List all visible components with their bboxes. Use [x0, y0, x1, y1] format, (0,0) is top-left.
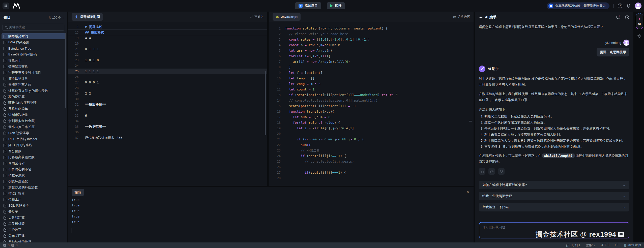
description-line[interactable]: 336 [68, 113, 267, 118]
sidebar-item[interactable]: 计算位置 x 到 y 的最少步数 [2, 88, 65, 94]
description-line[interactable]: 37座位横向和纵向最多 255 [68, 135, 267, 141]
sidebar-item[interactable]: 番茄编辑的选择 [2, 239, 65, 242]
statusbar-item[interactable]: UTF-8 [601, 243, 609, 247]
code-line[interactable]: 25 // console.log(i,j,seats) [269, 159, 474, 164]
sidebar-item[interactable]: DNA 序列还原 [2, 39, 65, 45]
code-line[interactable]: 5 let arr = new Array(n) [269, 48, 474, 53]
sidebar-item[interactable]: 蛋糕工厂 [2, 197, 65, 203]
sidebar-item[interactable]: 进制求和转换 [2, 112, 65, 118]
description-line[interactable]: 292 2 [68, 91, 267, 96]
code-line[interactable]: 24 if (seats[i][j]!==-1) { [269, 153, 474, 159]
description-line[interactable]: 28 [68, 85, 267, 91]
description-line[interactable]: 251 1 1 1 [68, 69, 267, 74]
description-line[interactable]: 32 [68, 107, 267, 113]
language-tab[interactable]: JS JavaScript [273, 13, 301, 21]
description-line[interactable]: 34 [68, 118, 267, 124]
code-line[interactable]: 1function solution(row_n, column_m, seat… [269, 26, 474, 31]
code-line[interactable]: 4 const n = row_n,m=column_m [269, 42, 474, 48]
sidebar-item[interactable]: Bytedance Tree [2, 45, 65, 51]
copy-button[interactable] [479, 168, 485, 175]
code-line[interactable]: 16 function transfer(x,y){ [269, 109, 474, 114]
output-console[interactable]: truetruetruetruetrue [72, 197, 470, 233]
sidebar-item[interactable]: 链表聚集交换 [2, 64, 65, 70]
code-line[interactable]: 23 // 不出边界 [269, 148, 474, 153]
statusbar-item[interactable]: LF [615, 243, 619, 247]
collapse-icon[interactable]: ↑ [62, 16, 64, 19]
sidebar-item[interactable]: 创意标题匹配 [2, 178, 65, 184]
description-line[interactable]: 26 [68, 74, 267, 80]
code-line[interactable]: 3 const rules = [[1,0],[-1,0],[0,1],[0,-… [269, 37, 474, 42]
promo-banner[interactable]: 分享代码练习体验，领限量定制周边 [547, 3, 609, 9]
sidebar-item[interactable]: 青海湖租车之旅 [2, 82, 65, 88]
sidebar-item[interactable]: 字符串有多少种可能性 [2, 70, 65, 76]
sidebar-item[interactable]: 最小替换子串长度 [2, 124, 65, 130]
search-input[interactable]: 关键字搜索... [3, 24, 64, 31]
add-question-button[interactable]: + 添加题目 [295, 2, 321, 9]
description-line[interactable]: 36 [68, 130, 267, 135]
history-icon[interactable] [625, 15, 629, 20]
sidebar-item[interactable]: 病毒感染时间 [2, 33, 65, 39]
help-icon[interactable]: ? [618, 4, 622, 8]
suggested-question[interactable]: 如何在编程中计算直线的斜率?→ [479, 181, 629, 189]
switch-language-button[interactable]: ⇄ 切换语言 [453, 15, 470, 19]
app-grid-icon[interactable] [3, 3, 9, 9]
code-line[interactable]: 7 arr[i] = new Array(m).fill(0) [269, 59, 474, 65]
sidebar-item[interactable]: SQL 代码补全 [2, 203, 65, 209]
sidebar-item[interactable]: 猫鱼分干 [2, 57, 65, 64]
sidebar-item[interactable]: 简单四则计算 [2, 76, 65, 82]
description-line[interactable]: 22 [68, 52, 267, 57]
code-line[interactable]: 20 [269, 131, 474, 137]
sidebar-item[interactable]: 叠盘子 [2, 209, 65, 215]
bell-icon[interactable] [626, 4, 631, 8]
code-line[interactable]: 27 if(seats[i][j]===1) { [269, 170, 474, 175]
description-line[interactable]: 30 [68, 96, 267, 102]
run-button[interactable]: 运行 [327, 2, 345, 9]
code-line[interactable]: 17 let sum = 0,num = 0 [269, 114, 474, 120]
sidebar-item[interactable]: 二分数字 [2, 227, 65, 233]
code-line[interactable]: 10 let temp = [] [269, 76, 474, 81]
sidebar-item[interactable]: 穿越沙漠的补给次数 [2, 184, 65, 191]
bug-icon[interactable] [637, 34, 641, 38]
suggested-question[interactable]: 给我一些代码提示吧→ [479, 192, 629, 200]
sidebar-item[interactable]: 暴雨梨花针 [2, 160, 65, 166]
ai-rail-button[interactable]: ✦ AI [636, 13, 643, 29]
statusbar-item[interactable]: {} JavaScript [624, 243, 641, 247]
description-line[interactable]: 24 [68, 63, 267, 69]
description-line[interactable]: 1# 问题描述 [68, 24, 267, 30]
ai-input[interactable]: 你可以问我问题 [479, 223, 629, 238]
description-scrollbar[interactable] [265, 71, 266, 135]
code-line[interactable]: 14 // console.log(seats[patient[0]][pati… [269, 98, 474, 103]
code-line[interactable]: 26 [269, 164, 474, 170]
sidebar-item[interactable]: RGB 色值转 Integer [2, 136, 65, 142]
description-editor[interactable]: 1# 问题描述13## 输出格式194 420210 1 1 122231 0 … [68, 22, 267, 186]
description-tab[interactable]: 病毒感染时间 [72, 13, 103, 21]
description-line[interactable]: 194 4 [68, 35, 267, 41]
code-line[interactable]: 22 sum++ [269, 142, 474, 148]
suggested-question[interactable]: 帮我检查一下代码→ [479, 203, 629, 211]
rename-button[interactable]: 重命名 [250, 15, 264, 19]
sidebar-item[interactable]: 大数和距离 [2, 215, 65, 221]
statusbar-item[interactable]: 空格: 2 [586, 243, 595, 247]
code-line[interactable]: 8 } [269, 65, 474, 70]
code-line[interactable]: 11 let zong = m * n [269, 81, 474, 87]
close-icon[interactable]: × [466, 190, 469, 194]
sidebar-item[interactable]: 及格如此简单 [2, 106, 65, 112]
sidebar-item[interactable]: Cion 勒索病毒 [2, 130, 65, 136]
sidebar-item[interactable]: 打点计数器 [2, 191, 65, 197]
code-line[interactable]: 13 if (seats[patient[0]][patient[1]]===u… [269, 92, 474, 98]
code-editor[interactable]: 1function solution(row_n, column_m, seat… [269, 22, 474, 186]
sidebar-item[interactable]: 拿到最多红包金额 [2, 118, 65, 124]
description-line[interactable]: 31**输出样例** [68, 102, 267, 107]
code-line[interactable]: 9 let f = [patient] [269, 70, 474, 76]
code-line[interactable]: 2 // Please write your code here [269, 31, 474, 37]
sidebar-item[interactable]: 二叉树供暖 [2, 221, 65, 227]
sidebar-item[interactable]: 不再贪心的小包 [2, 166, 65, 172]
thumbs-up-button[interactable] [488, 168, 495, 175]
description-line[interactable]: 231 0 1 0 [68, 57, 267, 63]
sidebar-item[interactable]: 比赛最高获胜次数 [2, 154, 65, 160]
thumbs-down-button[interactable] [498, 168, 505, 175]
output-tab[interactable]: 输出 [72, 189, 84, 196]
sidebar-item[interactable]: 和的逆运算 [2, 94, 65, 100]
sidebar-item[interactable]: Base32 编码和解码 [2, 51, 65, 57]
code-line[interactable]: 18 for(let rule of rules) { [269, 120, 474, 126]
